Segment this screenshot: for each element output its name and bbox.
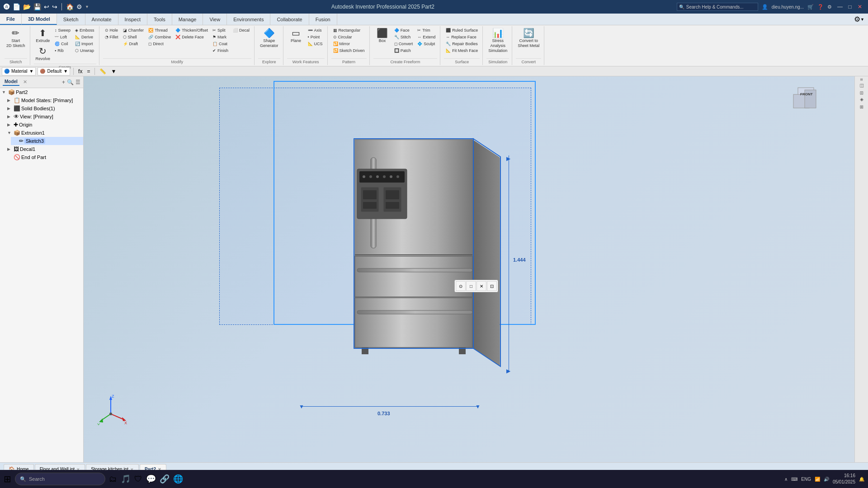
new-icon[interactable]: 📄 xyxy=(13,3,20,10)
undo-icon[interactable]: ↩ xyxy=(44,3,49,10)
sidebar-add-icon[interactable]: + xyxy=(62,79,65,85)
rp-icon-3[interactable]: ⊟ xyxy=(859,91,864,95)
tab-inspect[interactable]: Inspect xyxy=(118,14,147,25)
tab-annotate[interactable]: Annotate xyxy=(85,14,118,25)
sidebar-menu-icon[interactable]: ☰ xyxy=(75,79,80,85)
tab-sketch[interactable]: Sketch xyxy=(57,14,85,25)
mini-btn-4[interactable]: ⊡ xyxy=(487,281,497,291)
convert-sheet-metal-button[interactable]: 🔄 Convert toSheet Metal xyxy=(516,27,541,50)
tab-tools[interactable]: Tools xyxy=(147,14,172,25)
viewport[interactable]: FRONT xyxy=(84,76,854,462)
close-button[interactable]: ✕ xyxy=(855,2,864,11)
tree-item-model-states[interactable]: ▶ 📋 Model States: [Primary] xyxy=(5,96,83,104)
patch-button[interactable]: 🔲 Patch xyxy=(392,47,415,54)
toolbar-dropdown[interactable]: ▼ xyxy=(85,5,89,9)
tree-item-sketch3[interactable]: ✏ Sketch3 xyxy=(11,137,83,145)
redo-icon[interactable]: ↪ xyxy=(52,3,57,10)
options-dropdown[interactable]: ▼ xyxy=(109,68,118,75)
taskbar-music-icon[interactable]: 🎵 xyxy=(121,474,131,484)
maximize-button[interactable]: □ xyxy=(845,2,854,11)
box-button[interactable]: ⬛ Box xyxy=(373,27,392,45)
taskbar-teams-icon[interactable]: 💬 xyxy=(146,474,156,484)
help-icon[interactable]: ❓ xyxy=(817,4,824,10)
home-icon[interactable]: 🏠 xyxy=(66,3,74,10)
finish-button[interactable]: ✔ Finish xyxy=(211,47,230,54)
notifications-icon[interactable]: 🔔 xyxy=(859,477,864,482)
ruled-surface-button[interactable]: ⬛ Ruled Surface xyxy=(444,27,480,33)
open-icon[interactable]: 📂 xyxy=(23,3,31,10)
taskbar-link-icon[interactable]: 🔗 xyxy=(160,474,170,484)
replace-face-button[interactable]: ↔ Replace Face xyxy=(444,34,480,40)
tree-item-origin[interactable]: ▶ ✚ Origin xyxy=(5,121,83,129)
point-button[interactable]: • Point xyxy=(306,34,325,40)
taskbar-chevron-icon[interactable]: ∧ xyxy=(784,477,788,482)
volume-icon[interactable]: 🔊 xyxy=(824,477,829,482)
cart-icon[interactable]: 🛒 xyxy=(807,4,814,10)
chamfer-button[interactable]: ◪ Chamfer xyxy=(121,27,146,33)
decal-button[interactable]: ⬜ Decal xyxy=(231,27,251,33)
tab-view[interactable]: View xyxy=(203,14,227,25)
mark-button[interactable]: ⚑ Mark xyxy=(211,34,230,40)
emboss-button[interactable]: ◈ Emboss xyxy=(73,27,96,33)
extrude-button[interactable]: ⬆ Extrude xyxy=(34,27,52,45)
sidebar-search-icon[interactable]: 🔍 xyxy=(67,79,74,85)
sidebar-close-icon[interactable]: ✕ xyxy=(23,79,27,85)
app-icon[interactable]: 🅐 xyxy=(4,3,10,10)
stitch-button[interactable]: 🔧 Stitch xyxy=(392,34,415,40)
appearance-dropdown[interactable]: 🟤 Default ▼ xyxy=(38,67,70,75)
sculpt-button[interactable]: 💠 Sculpt xyxy=(415,41,437,47)
thicken-button[interactable]: 🔷 Thicken/Offset xyxy=(174,27,210,33)
repair-bodies-button[interactable]: 🔧 Repair Bodies xyxy=(444,41,480,47)
tree-item-end-of-part[interactable]: 🚫 End of Part xyxy=(5,153,83,161)
rp-icon-2[interactable]: ◫ xyxy=(859,84,864,89)
fx-button[interactable]: fx xyxy=(77,68,84,75)
taskbar-keyboard-icon[interactable]: ⌨ xyxy=(791,477,797,482)
sketch-driven-button[interactable]: 🔂 Sketch Driven xyxy=(331,47,367,54)
import-button[interactable]: 🔃 Import xyxy=(73,41,96,47)
minimize-button[interactable]: — xyxy=(835,2,844,11)
view-cube[interactable]: FRONT xyxy=(791,85,818,113)
mini-btn-2[interactable]: □ xyxy=(466,281,476,291)
tree-item-extrusion1[interactable]: ▼ 📦 Extrusion1 xyxy=(5,129,83,137)
tab-file[interactable]: File xyxy=(0,14,22,25)
mirror-button[interactable]: 🔁 Mirror xyxy=(331,41,367,47)
taskbar-chrome-icon[interactable]: 🌐 xyxy=(173,474,183,484)
loft-button[interactable]: 〰 Loft xyxy=(53,34,72,40)
shell-button[interactable]: ⬡ Shell xyxy=(121,34,146,40)
derive-button[interactable]: 📐 Derive xyxy=(73,34,96,40)
ucs-button[interactable]: 📐 UCS xyxy=(306,41,325,47)
axis-button[interactable]: ➖ Axis xyxy=(306,27,325,33)
settings-icon2[interactable]: ⚙ xyxy=(827,4,832,10)
mini-toolbar[interactable]: ⊙ □ ✕ ⊡ xyxy=(454,280,498,292)
extend-button[interactable]: ↔ Extend xyxy=(415,34,437,40)
revolve-button[interactable]: ↻ Revolve xyxy=(34,45,52,63)
stress-analysis-button[interactable]: 📊 StressAnalysisSimulation xyxy=(486,27,509,54)
rib-button[interactable]: ▪ Rib xyxy=(53,47,72,54)
tab-collaborate[interactable]: Collaborate xyxy=(270,14,309,25)
coat-button[interactable]: 📋 Coat xyxy=(211,41,230,47)
search-box[interactable]: 🔍 Search Help & Commands... xyxy=(677,3,758,11)
taskbar-file-explorer-icon[interactable]: 🗂 xyxy=(109,474,117,484)
thread-button[interactable]: 🔀 Thread xyxy=(146,27,173,33)
fit-mesh-face-button[interactable]: 📐 Fit Mesh Face xyxy=(444,47,480,54)
convert-button[interactable]: ◻ Convert xyxy=(392,41,415,47)
mini-btn-1[interactable]: ⊙ xyxy=(456,281,466,291)
circular-button[interactable]: ⊙ Circular xyxy=(331,34,367,40)
trim-button[interactable]: ✂ Trim xyxy=(415,27,437,33)
fillet-button[interactable]: ◔ Fillet xyxy=(103,34,120,40)
tab-fusion[interactable]: Fusion xyxy=(309,14,337,25)
measure-icon[interactable]: 📏 xyxy=(98,68,108,75)
tree-item-decal1[interactable]: ▶ 🖼 Decal1 xyxy=(5,145,83,153)
rp-icon-5[interactable]: ⊞ xyxy=(859,105,864,109)
wifi-icon[interactable]: 📶 xyxy=(815,477,820,482)
sidebar-tab-model[interactable]: Model xyxy=(3,78,19,86)
taskbar-search[interactable]: 🔍 Search xyxy=(15,473,105,485)
ribbon-settings-icon[interactable]: ⚙ xyxy=(854,15,860,23)
tab-3dmodel[interactable]: 3D Model xyxy=(22,14,57,25)
direct-button[interactable]: ◻ Direct xyxy=(146,41,173,47)
rp-icon-4[interactable]: ◈ xyxy=(859,98,864,103)
mini-btn-3[interactable]: ✕ xyxy=(476,281,486,291)
plane-button[interactable]: ▭ Plane xyxy=(287,27,305,45)
material-dropdown[interactable]: 🔵 Material ▼ xyxy=(2,67,36,75)
tab-environments[interactable]: Environments xyxy=(227,14,270,25)
